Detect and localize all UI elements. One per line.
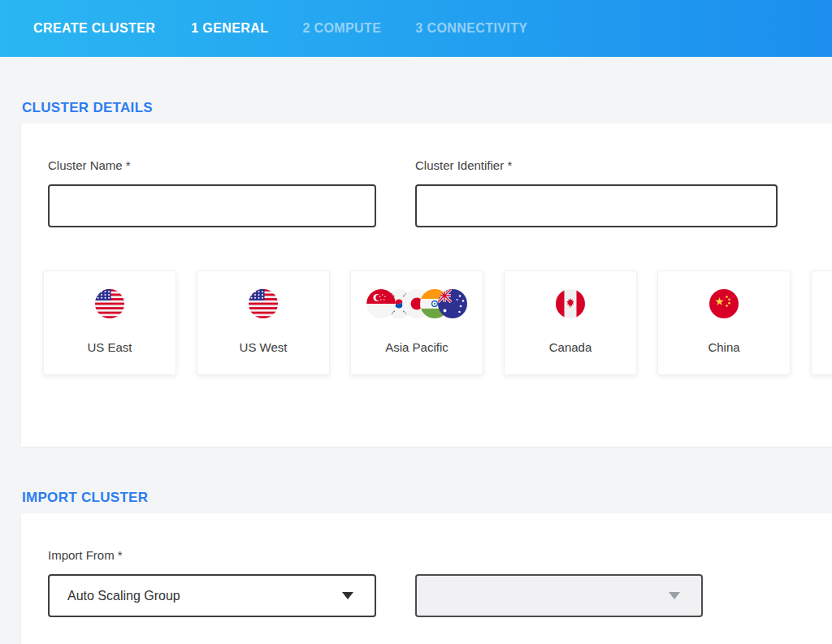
region-card-us-east[interactable]: US East: [43, 270, 176, 375]
step-compute[interactable]: 2 COMPUTE: [302, 21, 381, 36]
canada-flag-icon: [556, 287, 585, 320]
region-label: China: [708, 340, 739, 354]
step-general[interactable]: 1 GENERAL: [191, 21, 268, 36]
import-from-select[interactable]: Auto Scaling Group: [48, 574, 376, 617]
chevron-down-icon: [342, 592, 353, 599]
region-label: US West: [240, 340, 288, 354]
import-from-label: Import From *: [48, 548, 832, 562]
wizard-header: CREATE CLUSTER 1 GENERAL 2 COMPUTE 3 CON…: [0, 0, 832, 57]
region-card-partial[interactable]: [811, 270, 832, 375]
chevron-down-icon: [669, 592, 680, 599]
region-selector: US East: [43, 270, 832, 375]
page-title: CREATE CLUSTER: [33, 21, 155, 36]
region-label: US East: [87, 340, 132, 354]
region-card-china[interactable]: China: [657, 270, 791, 375]
import-source-select[interactable]: [415, 574, 703, 617]
cluster-fields-row: Cluster Name * Cluster Identifier *: [48, 158, 832, 227]
region-label: Canada: [549, 340, 592, 354]
us-flag-icon: [95, 287, 124, 320]
cluster-name-field: Cluster Name *: [48, 158, 376, 227]
import-dropdown-row: Auto Scaling Group: [48, 574, 832, 617]
china-flag-icon: [709, 287, 739, 320]
import-cluster-card: Import From * Auto Scaling Group: [21, 513, 832, 644]
create-cluster-form: CLUSTER DETAILS Cluster Name * Cluster I…: [0, 100, 832, 644]
region-card-canada[interactable]: Canada: [504, 270, 637, 375]
region-card-us-west[interactable]: US West: [197, 270, 330, 375]
cluster-identifier-field: Cluster Identifier *: [415, 158, 778, 227]
australia-flag-icon: [438, 289, 467, 318]
step-connectivity[interactable]: 3 CONNECTIVITY: [415, 21, 527, 36]
import-cluster-heading: IMPORT CLUSTER: [22, 490, 832, 505]
cluster-name-label: Cluster Name *: [48, 158, 376, 172]
cluster-details-card: Cluster Name * Cluster Identifier *: [21, 123, 832, 447]
cluster-details-heading: CLUSTER DETAILS: [22, 100, 832, 115]
singapore-flag-icon: [366, 289, 396, 318]
asia-pacific-flags-icon: [366, 287, 467, 320]
cluster-identifier-input[interactable]: [415, 184, 778, 227]
import-from-selected-value: Auto Scaling Group: [67, 589, 342, 603]
cluster-identifier-label: Cluster Identifier *: [415, 158, 778, 172]
cluster-name-input[interactable]: [48, 184, 376, 227]
region-card-asia-pacific[interactable]: Asia Pacific: [350, 270, 483, 375]
us-flag-icon: [249, 287, 278, 320]
region-label: Asia Pacific: [385, 340, 448, 354]
wizard-steps: 1 GENERAL 2 COMPUTE 3 CONNECTIVITY: [191, 21, 527, 36]
